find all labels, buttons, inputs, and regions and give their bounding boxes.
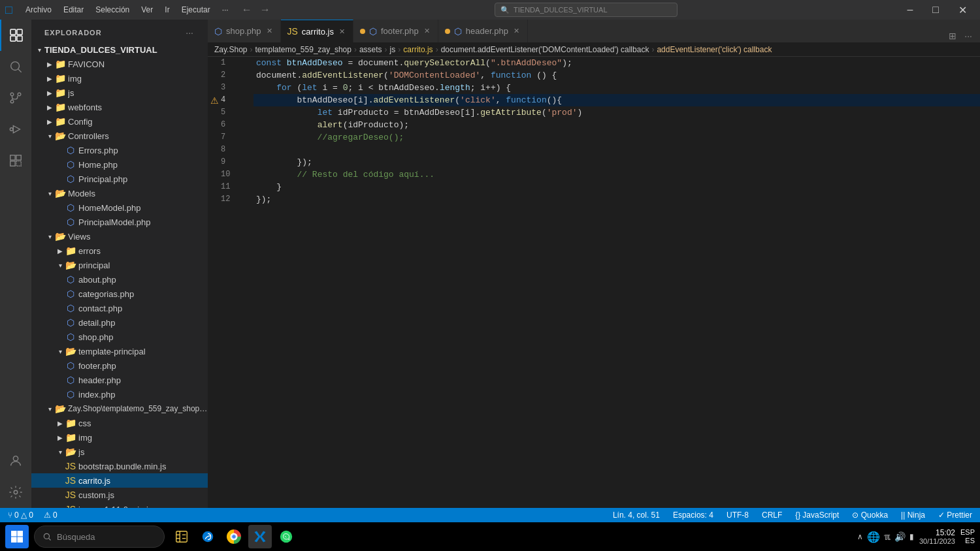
- menu-editar[interactable]: Editar: [58, 4, 89, 16]
- tab-close-header[interactable]: ✕: [512, 26, 521, 36]
- sidebar-item-shop[interactable]: ⬡ shop.php: [31, 330, 208, 344]
- breadcrumb-zayshop[interactable]: Zay.Shop: [214, 45, 247, 54]
- tab-close-carrito[interactable]: ✕: [338, 27, 346, 37]
- sidebar-item-js2[interactable]: ▾ 📂 js: [31, 445, 208, 459]
- split-editor-button[interactable]: ⊞: [946, 29, 959, 42]
- close-button[interactable]: ✕: [951, 0, 975, 20]
- status-ninja[interactable]: || Ninja: [898, 508, 928, 522]
- sidebar-item-css[interactable]: ▶ 📁 css: [31, 416, 208, 430]
- taskbar-whatsapp[interactable]: [274, 525, 298, 548]
- sidebar-item-custom-js[interactable]: JS custom.js: [31, 488, 208, 502]
- activity-account[interactable]: [0, 445, 31, 477]
- menu-more[interactable]: ···: [217, 4, 234, 16]
- sidebar-item-home-php[interactable]: ▶ ⬡ Home.php: [31, 157, 208, 172]
- activity-extensions[interactable]: [0, 145, 31, 176]
- sidebar-item-homemodel[interactable]: ▶ ⬡ HomeModel.php: [31, 200, 208, 215]
- status-language[interactable]: {} JavaScript: [792, 508, 841, 522]
- maximize-button[interactable]: □: [924, 0, 947, 20]
- nav-forward-button[interactable]: →: [257, 3, 273, 17]
- sidebar-item-webfonts[interactable]: ▶ 📁 webfonts: [31, 100, 208, 114]
- code-content[interactable]: const btnAddDeseo = document.querySelect…: [253, 57, 980, 508]
- js2-arrow: ▾: [55, 447, 65, 457]
- status-warnings[interactable]: ⚠ 0: [41, 508, 60, 522]
- tab-close-footer[interactable]: ✕: [423, 26, 431, 36]
- taskbar-vscode[interactable]: [248, 525, 272, 548]
- nav-back-button[interactable]: ←: [239, 3, 255, 17]
- breadcrumb-domcontentloaded[interactable]: document.addEventListener('DOMContentLoa…: [441, 45, 649, 54]
- menu-ver[interactable]: Ver: [136, 4, 158, 16]
- sidebar-item-errors-php[interactable]: ▶ ⬡ Errors.php: [31, 143, 208, 157]
- breadcrumb-templatemo[interactable]: templatemo_559_zay_shop: [255, 45, 351, 54]
- activity-bar: [0, 20, 31, 508]
- sidebar-item-zayshop[interactable]: ▾ 📂 Zay.Shop\templatemo_559_zay_shop\...: [31, 401, 208, 416]
- tab-shop-php[interactable]: ⬡ shop.php ✕: [208, 20, 281, 42]
- sidebar-item-principal-php[interactable]: ▶ ⬡ Principal.php: [31, 172, 208, 186]
- taskbar-clock[interactable]: 15:02 30/11/2023: [919, 528, 955, 545]
- activity-explorer[interactable]: [0, 20, 31, 51]
- sidebar-item-detail[interactable]: ⬡ detail.php: [31, 315, 208, 330]
- activity-settings[interactable]: [0, 477, 31, 508]
- tab-header-php[interactable]: ⬡ header.php ✕: [438, 20, 528, 42]
- tab-close-shop[interactable]: ✕: [265, 26, 274, 36]
- status-quokka[interactable]: ⊙ Quokka: [849, 508, 890, 522]
- prettier-text: ✓ Prettier: [938, 511, 972, 520]
- sidebar-item-contact[interactable]: ⬡ contact.php: [31, 301, 208, 315]
- sidebar-item-favicon[interactable]: ▶ 📁 FAVICON: [31, 57, 208, 71]
- status-encoding[interactable]: UTF-8: [724, 508, 751, 522]
- systray-expand[interactable]: ∧: [857, 532, 863, 541]
- menu-archivo[interactable]: Archivo: [20, 4, 57, 16]
- taskbar-language[interactable]: ESP ES: [960, 528, 975, 545]
- menu-ejecutar[interactable]: Ejecutar: [176, 4, 216, 16]
- sidebar-item-template-principal[interactable]: ▾ 📂 template-principal: [31, 344, 208, 358]
- search-box[interactable]: 🔍 TIENDA_DULCES_VIRTUAL: [495, 3, 678, 17]
- code-line-12: });: [253, 193, 980, 206]
- taskbar-file-explorer[interactable]: [170, 525, 193, 548]
- breadcrumb-assets[interactable]: assets: [359, 45, 382, 54]
- sidebar-item-views[interactable]: ▾ 📂 Views: [31, 229, 208, 244]
- sidebar-item-index-php[interactable]: ⬡ index.php: [31, 387, 208, 401]
- tab-footer-php[interactable]: ⬡ footer.php ✕: [353, 20, 438, 42]
- sidebar-item-js[interactable]: ▶ 📁 js: [31, 86, 208, 100]
- sidebar-item-principalmodel[interactable]: ▶ ⬡ PrincipalModel.php: [31, 215, 208, 229]
- more-tabs-button[interactable]: ···: [962, 29, 975, 42]
- sidebar-item-principal-folder[interactable]: ▾ 📂 principal: [31, 258, 208, 272]
- sidebar-item-about[interactable]: ⬡ about.php: [31, 272, 208, 287]
- sidebar-item-controllers[interactable]: ▾ 📂 Controllers: [31, 129, 208, 143]
- menu-seleccion[interactable]: Selección: [90, 4, 135, 16]
- start-button[interactable]: [5, 525, 29, 548]
- sidebar-item-categorias[interactable]: ⬡ categorias.php: [31, 287, 208, 301]
- sidebar-item-carrito-js[interactable]: JS carrito.js: [31, 473, 208, 488]
- sidebar-item-bootstrap-bundle[interactable]: JS bootstrap.bundle.min.js: [31, 459, 208, 473]
- minimize-button[interactable]: –: [899, 0, 921, 20]
- status-source-control[interactable]: ⑂ 0 △ 0: [5, 508, 36, 522]
- breadcrumb-js[interactable]: js: [390, 45, 396, 54]
- activity-run[interactable]: [0, 114, 31, 145]
- taskbar-edge[interactable]: [196, 525, 220, 548]
- status-prettier[interactable]: ✓ Prettier: [936, 508, 975, 522]
- sidebar-item-img[interactable]: ▶ 📁 img: [31, 71, 208, 86]
- activity-search[interactable]: [0, 51, 31, 82]
- tree-root[interactable]: ▾ TIENDA_DULCES_VIRTUAL: [31, 42, 208, 57]
- breadcrumb-carrito[interactable]: carrito.js: [403, 45, 433, 54]
- sidebar-more-icon[interactable]: ···: [184, 26, 195, 39]
- breadcrumb-click-callback[interactable]: addEventListener('click') callback: [657, 45, 772, 54]
- wifi-icon[interactable]: ℼ: [884, 531, 890, 542]
- sidebar-item-img2[interactable]: ▶ 📁 img: [31, 430, 208, 445]
- sidebar-item-config[interactable]: ▶ 📁 Config: [31, 114, 208, 129]
- code-line-3: for (let i = 0; i < btnAddDeseo.length; …: [253, 82, 980, 94]
- sidebar-item-header-php[interactable]: ⬡ header.php: [31, 373, 208, 387]
- activity-source-control[interactable]: [0, 82, 31, 114]
- menu-ir[interactable]: Ir: [159, 4, 174, 16]
- sidebar-item-footer-php[interactable]: ⬡ footer.php: [31, 358, 208, 373]
- taskbar-search[interactable]: Búsqueda: [34, 526, 165, 548]
- volume-icon[interactable]: 🔊: [894, 531, 906, 542]
- taskbar-chrome[interactable]: [222, 525, 246, 548]
- sidebar-item-errors-folder[interactable]: ▶ 📁 errors: [31, 244, 208, 258]
- sidebar-item-models[interactable]: ▾ 📂 Models: [31, 186, 208, 200]
- status-spaces[interactable]: Espacios: 4: [670, 508, 716, 522]
- status-eol[interactable]: CRLF: [759, 508, 785, 522]
- code-editor[interactable]: 1 2 3 ⚠ 4: [208, 57, 980, 508]
- sidebar-item-jquery[interactable]: JS jquery-1.11.0.min.js: [31, 502, 208, 508]
- status-line-col[interactable]: Lín. 4, col. 51: [610, 508, 662, 522]
- tab-carrito-js[interactable]: JS carrito.js ✕: [281, 20, 353, 42]
